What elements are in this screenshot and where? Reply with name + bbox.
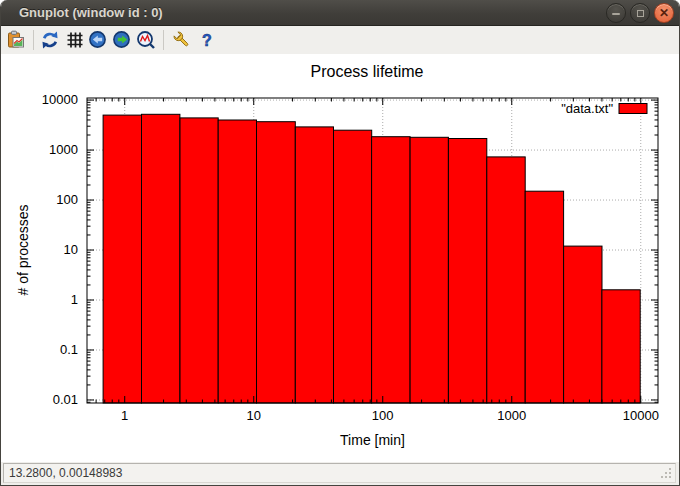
zoom-next-icon bbox=[112, 30, 132, 50]
bar bbox=[410, 137, 448, 403]
zoom-previous-icon bbox=[88, 30, 108, 50]
toolbar-separator bbox=[163, 30, 164, 50]
resize-grip-icon[interactable] bbox=[660, 467, 672, 479]
close-button[interactable]: ✕ bbox=[654, 3, 674, 23]
y-tick-label: 1 bbox=[71, 292, 78, 307]
toggle-grid-icon bbox=[65, 30, 85, 50]
y-tick-label: 0.01 bbox=[53, 392, 78, 407]
bar bbox=[218, 120, 256, 403]
x-tick-label: 10 bbox=[246, 408, 260, 423]
copy-to-clipboard-button[interactable] bbox=[4, 28, 28, 52]
y-tick-label: 10000 bbox=[42, 92, 78, 107]
x-tick-label: 1 bbox=[121, 408, 128, 423]
bar bbox=[103, 115, 141, 403]
svg-text:?: ? bbox=[202, 32, 212, 49]
help-button[interactable]: ? bbox=[195, 28, 219, 52]
close-icon: ✕ bbox=[655, 6, 673, 20]
bar bbox=[142, 114, 180, 403]
unzoom-icon bbox=[136, 30, 156, 50]
bar bbox=[180, 118, 218, 403]
status-coordinates: 13.2800, 0.00148983 bbox=[9, 466, 122, 480]
x-tick-label: 10000 bbox=[623, 408, 659, 423]
y-tick-label: 0.1 bbox=[60, 342, 78, 357]
maximize-button[interactable] bbox=[630, 3, 650, 23]
y-tick-label: 100 bbox=[56, 192, 78, 207]
bar bbox=[602, 290, 640, 403]
help-icon: ? bbox=[197, 30, 217, 50]
window-title: Gnuplot (window id : 0) bbox=[1, 5, 163, 20]
window-controls: ✕ bbox=[606, 3, 674, 23]
bar bbox=[564, 246, 602, 403]
bar bbox=[257, 122, 296, 403]
unzoom-button[interactable] bbox=[134, 28, 158, 52]
x-tick-label: 100 bbox=[372, 408, 394, 423]
replot-button[interactable] bbox=[38, 28, 62, 52]
gnuplot-window: Gnuplot (window id : 0) ✕ bbox=[0, 0, 680, 486]
copy-to-clipboard-icon bbox=[6, 30, 26, 50]
replot-icon bbox=[40, 30, 60, 50]
toolbar: ? bbox=[1, 26, 679, 54]
status-frame: 13.2800, 0.00148983 bbox=[3, 463, 676, 483]
y-tick-label: 1000 bbox=[49, 142, 78, 157]
titlebar[interactable]: Gnuplot (window id : 0) ✕ bbox=[1, 0, 679, 26]
y-axis-label: # of processes bbox=[15, 204, 31, 295]
settings-button[interactable] bbox=[170, 28, 194, 52]
minimize-button[interactable] bbox=[606, 3, 626, 23]
settings-icon bbox=[172, 30, 192, 50]
bar bbox=[372, 137, 411, 403]
zoom-previous-button[interactable] bbox=[86, 28, 110, 52]
toggle-grid-button[interactable] bbox=[63, 28, 87, 52]
legend-swatch bbox=[619, 104, 647, 114]
chart-title: Process lifetime bbox=[311, 63, 424, 80]
zoom-next-button[interactable] bbox=[110, 28, 134, 52]
statusbar: 13.2800, 0.00148983 bbox=[1, 462, 679, 486]
y-tick-label: 10 bbox=[64, 242, 78, 257]
bar bbox=[448, 139, 486, 404]
bar bbox=[525, 191, 563, 403]
plot-canvas[interactable]: 1101001000100000.010.1110100100010000Pro… bbox=[1, 54, 679, 462]
toolbar-separator bbox=[33, 30, 34, 50]
legend-label: "data.txt" bbox=[561, 101, 613, 116]
chart-svg: 1101001000100000.010.1110100100010000Pro… bbox=[1, 54, 680, 462]
bar bbox=[334, 130, 372, 403]
maximize-icon bbox=[637, 10, 644, 17]
bar bbox=[487, 157, 525, 403]
minimize-icon bbox=[612, 13, 620, 15]
bar bbox=[295, 127, 333, 403]
x-tick-label: 1000 bbox=[497, 408, 526, 423]
x-axis-label: Time [min] bbox=[340, 432, 405, 448]
